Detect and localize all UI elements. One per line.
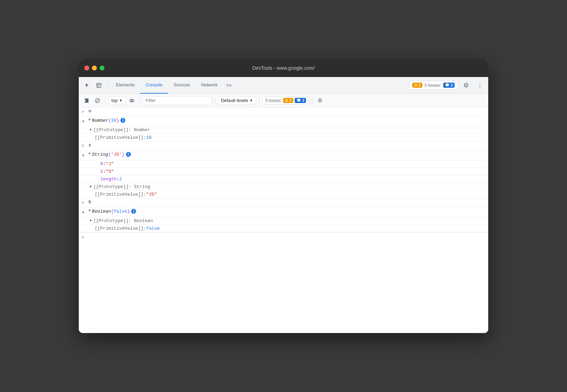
context-selector[interactable]: top ▼ — [108, 96, 126, 105]
more-tabs-button[interactable]: >> — [223, 77, 234, 94]
toolbar: Elements Console Sources Network >> ⚠ 1 … — [79, 77, 488, 94]
console-line-string-prototype: ▶ [[Prototype]]: String — [79, 183, 488, 191]
block-icon[interactable] — [93, 96, 102, 105]
issues-button[interactable]: ⚠ 1 3 Issues: 💬 2 — [409, 81, 458, 90]
expand-number-prototype[interactable]: ▶ — [90, 127, 92, 131]
console-issues-warn: ⚠ 1 — [283, 98, 293, 103]
input-arrow-s[interactable]: > — [82, 143, 86, 150]
number-info-icon[interactable]: i — [120, 118, 125, 123]
toolbar-divider-3 — [215, 97, 215, 104]
tab-elements[interactable]: Elements — [110, 77, 140, 94]
console-prompt-arrow: > — [82, 235, 84, 240]
svg-rect-0 — [97, 83, 101, 87]
expand-string-prototype[interactable]: ▶ — [90, 184, 92, 188]
toolbar-divider-5 — [312, 97, 312, 104]
fullscreen-button[interactable] — [100, 66, 104, 70]
expand-boolean[interactable]: ▼ — [88, 209, 91, 213]
console-line-b-input: > b — [79, 198, 488, 208]
svg-line-5 — [96, 99, 99, 102]
console-settings-icon[interactable]: ⚙ — [315, 96, 325, 105]
toolbar-icons — [82, 80, 108, 91]
expand-number[interactable]: ▼ — [88, 118, 91, 122]
devtools-window: DevTools - www.google.com/ Elements — [79, 59, 488, 333]
clear-console-icon[interactable] — [82, 96, 91, 105]
tab-network[interactable]: Network — [196, 77, 223, 94]
console-input[interactable] — [87, 235, 485, 240]
input-arrow-b[interactable]: > — [82, 199, 86, 206]
tab-console[interactable]: Console — [140, 77, 168, 94]
console-line-boolean-header: ◀ ▼ Boolean { false } i — [79, 208, 488, 217]
output-arrow-boolean: ◀ — [82, 209, 86, 216]
traffic-lights — [84, 66, 104, 70]
string-info-icon[interactable]: i — [126, 152, 131, 157]
tab-sources[interactable]: Sources — [168, 77, 196, 94]
expand-boolean-prototype[interactable]: ▶ — [90, 218, 92, 222]
more-options-icon[interactable]: ⋮ — [474, 80, 485, 91]
close-button[interactable] — [84, 66, 89, 70]
issues-warn-badge: ⚠ 1 — [412, 83, 422, 88]
console-line-string-1: 1 : "S" — [79, 168, 488, 176]
toolbar-divider-4 — [259, 97, 259, 104]
console-line-string-0: 0 : "J" — [79, 160, 488, 168]
log-levels-selector[interactable]: Default levels ▼ — [218, 96, 256, 105]
console-input-line: > — [79, 232, 488, 242]
console-line-s-input: > s — [79, 142, 488, 151]
titlebar: DevTools - www.google.com/ — [79, 59, 488, 77]
cursor-icon[interactable] — [82, 80, 93, 91]
input-arrow-n[interactable]: > — [82, 109, 86, 116]
console-line-number-header: ◀ ▼ Number { 10 } i — [79, 117, 488, 126]
eye-icon[interactable] — [127, 96, 137, 105]
expand-string[interactable]: ▼ — [88, 152, 91, 156]
console-line-boolean-prototype: ▶ [[Prototype]]: Boolean — [79, 217, 488, 225]
output-arrow-number: ◀ — [82, 118, 86, 125]
console-line-string-header: ◀ ▼ String { 'JS' } i — [79, 151, 488, 160]
window-title: DevTools - www.google.com/ — [252, 65, 315, 71]
boolean-info-icon[interactable]: i — [131, 209, 136, 214]
output-arrow-string: ◀ — [82, 152, 86, 159]
minimize-button[interactable] — [92, 66, 97, 70]
console-issues-info: 💬 2 — [295, 98, 306, 103]
issues-info-badge: 💬 2 — [443, 83, 455, 88]
settings-icon[interactable]: ⚙ — [460, 80, 472, 91]
console-line-boolean-primitive: [[PrimitiveValue]]: false — [79, 225, 488, 232]
console-line-string-primitive: [[PrimitiveValue]]: "JS" — [79, 191, 488, 198]
inspect-icon[interactable] — [93, 80, 104, 91]
console-toolbar: top ▼ Default levels ▼ 3 Issues: ⚠ 1 💬 2… — [79, 94, 488, 108]
console-line-string-length: length : 2 — [79, 176, 488, 183]
toolbar-divider-1 — [105, 97, 105, 104]
toolbar-right: ⚠ 1 3 Issues: 💬 2 ⚙ ⋮ — [409, 80, 485, 91]
filter-input[interactable] — [143, 96, 212, 105]
toolbar-divider-2 — [139, 97, 140, 104]
console-area: > n ◀ ▼ Number { 10 } i ▶ [[Prototype]]:… — [79, 108, 488, 333]
console-line-number-primitive: [[PrimitiveValue]]: 10 — [79, 134, 488, 142]
tabs: Elements Console Sources Network >> — [110, 77, 409, 94]
svg-point-7 — [131, 100, 133, 101]
console-line-number-prototype: ▶ [[Prototype]]: Number — [79, 126, 488, 134]
console-line-n-input: > n — [79, 108, 488, 117]
svg-marker-3 — [84, 99, 88, 103]
svg-point-6 — [130, 99, 134, 102]
console-issues-button[interactable]: 3 Issues: ⚠ 1 💬 2 — [262, 96, 309, 104]
